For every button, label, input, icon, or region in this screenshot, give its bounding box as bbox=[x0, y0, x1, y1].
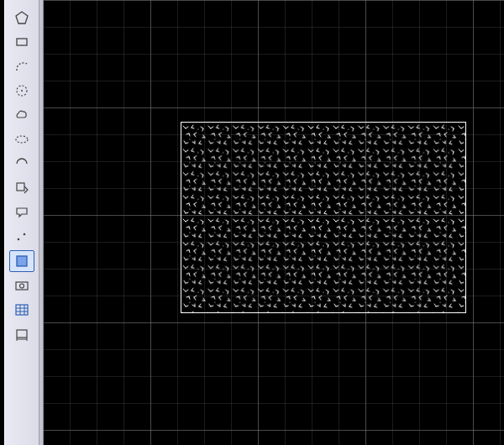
block-icon bbox=[14, 181, 29, 196]
camera-icon bbox=[14, 278, 29, 293]
svg-rect-5 bbox=[17, 183, 24, 191]
points-icon bbox=[14, 229, 29, 244]
text-tool[interactable] bbox=[9, 202, 34, 223]
draw-toolbar bbox=[4, 0, 39, 445]
polyline-tool[interactable] bbox=[9, 153, 34, 175]
hatch-entity[interactable] bbox=[181, 122, 466, 313]
svg-rect-9 bbox=[16, 282, 28, 290]
pentagon-icon bbox=[14, 10, 29, 25]
hatch-pattern bbox=[181, 123, 465, 312]
spline-tool[interactable] bbox=[9, 104, 34, 126]
svg-point-7 bbox=[24, 233, 26, 236]
dimension-tool[interactable] bbox=[9, 323, 34, 345]
svg-rect-8 bbox=[17, 256, 27, 266]
table-icon bbox=[14, 302, 29, 317]
polygon-tool[interactable] bbox=[9, 7, 34, 29]
drawing-canvas[interactable] bbox=[43, 0, 504, 445]
circle-icon bbox=[14, 83, 29, 98]
svg-point-6 bbox=[18, 238, 20, 241]
svg-point-4 bbox=[16, 136, 28, 143]
hatch-tool[interactable] bbox=[9, 250, 34, 272]
hatch-icon bbox=[14, 254, 29, 269]
svg-rect-1 bbox=[17, 39, 27, 45]
block-insert-tool[interactable] bbox=[9, 177, 34, 199]
image-tool[interactable] bbox=[9, 275, 34, 296]
rectangle-tool[interactable] bbox=[9, 31, 34, 53]
rectangle-icon bbox=[14, 34, 29, 50]
svg-point-3 bbox=[21, 90, 23, 92]
text-speech-icon bbox=[14, 205, 29, 220]
ellipse-tool[interactable] bbox=[9, 128, 34, 150]
arc-icon bbox=[14, 59, 29, 74]
table-tool[interactable] bbox=[9, 299, 34, 321]
svg-marker-0 bbox=[16, 12, 28, 24]
ellipse-icon bbox=[14, 132, 29, 147]
svg-point-10 bbox=[20, 284, 24, 288]
point-tool[interactable] bbox=[9, 226, 34, 248]
draw-toolbar-inner bbox=[5, 0, 39, 445]
arc-tool[interactable] bbox=[9, 55, 34, 77]
cloud-icon bbox=[14, 107, 29, 123]
dimension-icon bbox=[14, 327, 29, 342]
svg-rect-11 bbox=[16, 305, 28, 315]
open-arc-icon bbox=[14, 156, 29, 171]
svg-rect-16 bbox=[17, 330, 27, 338]
svg-rect-22 bbox=[181, 123, 465, 312]
circle-tool[interactable] bbox=[9, 80, 34, 102]
